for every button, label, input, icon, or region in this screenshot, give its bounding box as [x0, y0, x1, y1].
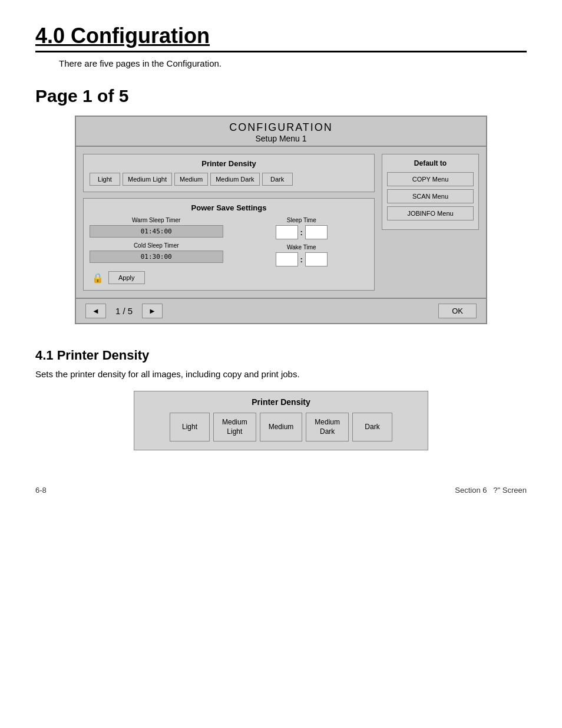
cold-sleep-label: Cold Sleep Timer	[90, 242, 223, 249]
density-btn-medium-light[interactable]: Medium Light	[123, 173, 172, 186]
jobinfo-menu-button[interactable]: JOBINFO Menu	[387, 206, 474, 220]
small-density-buttons-group: Light MediumLight Medium MediumDark Dark	[143, 413, 419, 442]
small-density-btn-medium[interactable]: Medium	[260, 413, 303, 442]
density-buttons-group: Light Medium Light Medium Medium Dark Da…	[90, 173, 368, 186]
small-density-btn-dark[interactable]: Dark	[352, 413, 392, 442]
printer-density-section: Printer Density Light Medium Light Mediu…	[83, 154, 375, 192]
warm-sleep-label: Warm Sleep Timer	[90, 217, 223, 223]
config-header: CONFIGURATION Setup Menu 1	[76, 117, 486, 147]
density-btn-medium[interactable]: Medium	[174, 173, 208, 186]
density-btn-light[interactable]: Light	[90, 173, 120, 186]
warm-sleep-value: 01:45:00	[90, 225, 223, 238]
page-section-title: Page 1 of 5	[35, 86, 527, 106]
small-printer-density-widget: Printer Density Light MediumLight Medium…	[134, 391, 428, 450]
wake-time-label: Wake Time	[235, 244, 369, 251]
subtitle-text: There are five pages in the Configuratio…	[59, 58, 527, 68]
page-footer: 6-8 Section 6 ?" Screen	[35, 486, 527, 495]
wake-colon: :	[300, 255, 303, 264]
printer-density-title: Printer Density	[90, 159, 368, 168]
density-btn-dark[interactable]: Dark	[262, 173, 293, 186]
small-density-btn-medium-light[interactable]: MediumLight	[213, 413, 256, 442]
density-btn-medium-dark[interactable]: Medium Dark	[210, 173, 259, 186]
cold-sleep-value: 01:30:00	[90, 251, 223, 263]
section-41-desc: Sets the printer density for all images,…	[35, 369, 527, 379]
main-title: 4.0 Configuration	[35, 24, 527, 52]
sleep-time-label: Sleep Time	[235, 217, 369, 223]
config-footer: ◄ 1 / 5 ► OK	[76, 298, 486, 323]
sleep-colon: :	[300, 228, 303, 237]
config-right: Default to COPY Menu SCAN Menu JOBINFO M…	[382, 154, 479, 291]
wake-time-min-input[interactable]	[305, 252, 328, 266]
power-save-title: Power Save Settings	[90, 203, 368, 212]
sleep-time-inputs: :	[235, 225, 369, 239]
footer-page-num: 6-8	[35, 486, 47, 495]
default-to-title: Default to	[387, 159, 474, 167]
config-body: Printer Density Light Medium Light Mediu…	[76, 147, 486, 298]
ok-button[interactable]: OK	[438, 304, 477, 318]
power-save-left: Warm Sleep Timer 01:45:00 Cold Sleep Tim…	[90, 217, 223, 268]
section-41-title: 4.1 Printer Density	[35, 348, 527, 363]
power-save-grid: Warm Sleep Timer 01:45:00 Cold Sleep Tim…	[90, 217, 368, 268]
apply-button[interactable]: Apply	[108, 271, 145, 284]
config-header-title: CONFIGURATION	[76, 121, 486, 134]
power-save-section: Power Save Settings Warm Sleep Timer 01:…	[83, 198, 375, 291]
sleep-time-min-input[interactable]	[305, 225, 328, 239]
default-to-section: Default to COPY Menu SCAN Menu JOBINFO M…	[382, 154, 479, 230]
footer-section-label: Section 6 ?" Screen	[455, 486, 527, 495]
config-dialog: CONFIGURATION Setup Menu 1 Printer Densi…	[75, 116, 487, 324]
lock-icon: 🔒	[92, 272, 104, 284]
power-save-right: Sleep Time : Wake Time :	[235, 217, 369, 268]
config-header-subtitle: Setup Menu 1	[76, 134, 486, 143]
sleep-time-hour-input[interactable]	[276, 225, 298, 239]
small-density-btn-medium-dark[interactable]: MediumDark	[306, 413, 349, 442]
copy-menu-button[interactable]: COPY Menu	[387, 172, 474, 186]
scan-menu-button[interactable]: SCAN Menu	[387, 189, 474, 203]
prev-page-button[interactable]: ◄	[85, 304, 106, 318]
page-indicator: 1 / 5	[106, 306, 142, 316]
next-page-button[interactable]: ►	[142, 304, 163, 318]
config-left: Printer Density Light Medium Light Mediu…	[83, 154, 375, 291]
wake-time-inputs: :	[235, 252, 369, 266]
small-density-title: Printer Density	[143, 397, 419, 407]
small-density-btn-light[interactable]: Light	[170, 413, 210, 442]
wake-time-hour-input[interactable]	[276, 252, 298, 266]
power-save-footer: 🔒 Apply	[90, 271, 368, 284]
